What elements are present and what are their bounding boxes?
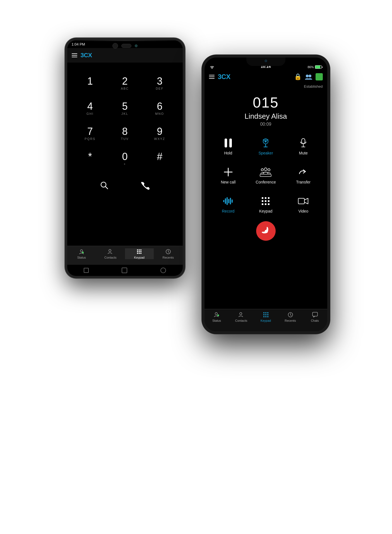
svg-rect-9 — [139, 251, 140, 252]
key-3[interactable]: 3 DEF — [142, 71, 177, 96]
svg-line-1 — [105, 187, 108, 189]
mute-icon — [299, 138, 307, 148]
iphone: 10:14 86% 3CX 🔒 — [202, 55, 330, 334]
iphone-tab-bar: Status Contacts — [205, 309, 327, 331]
android-tab-keypad[interactable]: Keypad — [125, 248, 154, 259]
iphone-tab-chats-label: Chats — [311, 319, 319, 322]
scene: 1:04 PM 3CX 1 2 A — [57, 16, 336, 518]
svg-rect-55 — [263, 314, 264, 315]
android-tab-status-label: Status — [77, 256, 86, 259]
android-tab-contacts-label: Contacts — [104, 256, 116, 259]
svg-rect-52 — [263, 312, 264, 313]
mute-button[interactable]: Mute — [285, 132, 322, 160]
svg-point-49 — [215, 313, 217, 315]
key-7[interactable]: 7 PQRS — [73, 121, 108, 146]
svg-rect-42 — [262, 200, 263, 202]
svg-rect-58 — [263, 316, 264, 317]
speaker-icon — [261, 138, 271, 148]
svg-rect-56 — [265, 314, 266, 315]
iphone-notch — [246, 58, 285, 66]
android-time: 1:04 PM — [72, 42, 85, 46]
record-label: Record — [222, 209, 234, 213]
key-1[interactable]: 1 — [73, 71, 108, 96]
iphone-tab-status-label: Status — [212, 319, 221, 322]
svg-rect-7 — [140, 249, 141, 251]
android-call-button[interactable] — [137, 177, 154, 194]
key-9[interactable]: 9 WXYZ — [142, 121, 177, 146]
android-search-button[interactable] — [96, 177, 113, 194]
svg-rect-13 — [140, 253, 141, 254]
end-call-button[interactable] — [256, 221, 276, 241]
svg-rect-59 — [265, 316, 266, 317]
battery-percentage: 86% — [307, 65, 314, 69]
hold-icon — [224, 138, 232, 148]
svg-point-51 — [240, 313, 242, 315]
android-tab-bar: Status Contacts — [67, 246, 183, 265]
key-6[interactable]: 6 MNO — [142, 96, 177, 121]
svg-rect-60 — [267, 316, 268, 317]
svg-rect-12 — [139, 253, 140, 254]
svg-rect-24 — [302, 139, 305, 144]
iphone-logo: 3CX — [218, 73, 230, 81]
android-header: 3CX — [67, 48, 183, 63]
svg-rect-46 — [265, 203, 266, 205]
android-tab-status[interactable]: Status — [67, 248, 96, 259]
transfer-button[interactable]: Transfer — [285, 161, 322, 189]
iphone-header: 3CX 🔒 — [205, 70, 327, 84]
call-controls: Hold — [205, 130, 327, 309]
key-2[interactable]: 2 ABC — [107, 71, 142, 96]
transfer-icon — [298, 167, 308, 177]
android-tab-recents-label: Recents — [163, 256, 174, 259]
call-timer: 00:09 — [205, 122, 327, 127]
android-home-icon — [122, 268, 127, 273]
svg-rect-40 — [265, 197, 266, 199]
conference-button[interactable]: Conference — [247, 161, 284, 189]
keypad-button[interactable]: Keypad — [247, 190, 284, 218]
key-star[interactable]: * — [73, 146, 108, 171]
svg-point-2 — [80, 250, 83, 252]
key-0[interactable]: 0 + — [107, 146, 142, 171]
svg-rect-8 — [137, 251, 138, 252]
svg-point-23 — [265, 141, 266, 142]
hold-button[interactable]: Hold — [210, 132, 247, 160]
key-5[interactable]: 5 JKL — [107, 96, 142, 121]
svg-point-17 — [309, 75, 311, 77]
android-tab-recents[interactable]: Recents — [154, 248, 183, 259]
svg-point-4 — [109, 249, 111, 252]
speaker-button[interactable]: Speaker — [247, 132, 284, 160]
iphone-tab-keypad[interactable]: Keypad — [254, 311, 278, 322]
key-4[interactable]: 4 GHI — [73, 96, 108, 121]
video-icon — [298, 197, 309, 206]
group-icon — [304, 73, 313, 80]
iphone-tab-chats[interactable]: Chats — [303, 311, 327, 322]
video-button[interactable]: Video — [285, 190, 322, 218]
keypad-icon — [261, 197, 270, 206]
key-hash[interactable]: # — [142, 146, 177, 171]
established-status: Established — [205, 84, 327, 90]
hamburger-icon[interactable] — [72, 53, 77, 57]
svg-rect-44 — [268, 200, 270, 202]
mute-label: Mute — [299, 151, 308, 155]
svg-rect-33 — [223, 200, 224, 202]
iphone-tab-contacts[interactable]: Contacts — [229, 311, 254, 322]
transfer-label: Transfer — [296, 180, 311, 184]
hold-label: Hold — [224, 151, 232, 155]
svg-rect-43 — [265, 200, 266, 202]
iphone-tab-keypad-label: Keypad — [261, 319, 271, 322]
svg-rect-57 — [267, 314, 268, 315]
iphone-tab-recents[interactable]: Recents — [278, 311, 303, 322]
end-call-icon — [261, 227, 270, 235]
key-8[interactable]: 8 TUV — [107, 121, 142, 146]
svg-rect-37 — [230, 198, 231, 204]
android-tab-contacts[interactable]: Contacts — [96, 248, 125, 259]
svg-rect-36 — [228, 199, 229, 203]
svg-rect-47 — [268, 203, 270, 205]
iphone-hamburger-icon[interactable] — [209, 75, 215, 79]
iphone-tab-status[interactable]: Status — [205, 311, 229, 322]
wifi-icon — [210, 65, 214, 69]
new-call-button[interactable]: New call — [210, 161, 247, 189]
svg-point-16 — [306, 75, 309, 77]
speaker-label: Speaker — [258, 151, 273, 155]
svg-rect-41 — [268, 197, 270, 199]
record-button[interactable]: Record — [210, 190, 247, 218]
